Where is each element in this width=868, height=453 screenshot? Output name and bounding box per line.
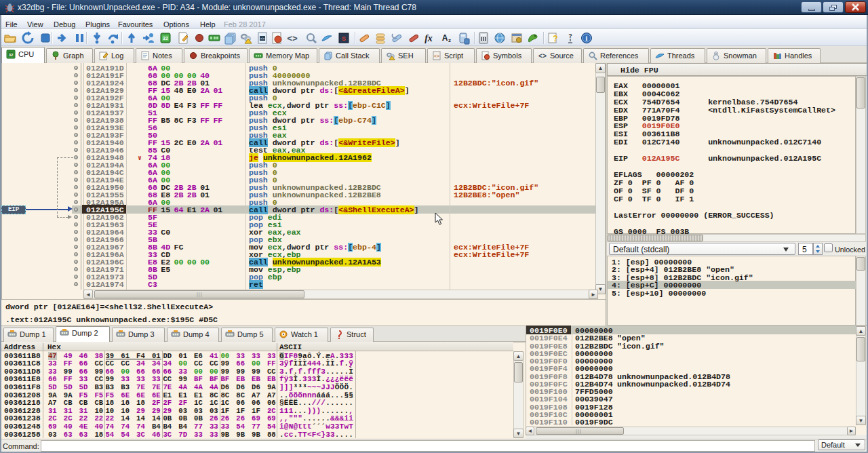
svg-text:<>: <> (260, 37, 265, 41)
svg-text:32: 32 (9, 53, 14, 57)
svg-text:<>: <> (538, 53, 547, 60)
svg-text:?: ? (553, 34, 557, 43)
svg-text:<>: <> (434, 54, 439, 59)
svg-text:z: z (448, 37, 451, 43)
svg-text:32: 32 (163, 36, 168, 41)
svg-text:i: i (586, 35, 588, 42)
svg-text:<>: <> (287, 34, 298, 44)
svg-text:A: A (442, 33, 448, 43)
svg-text:S: S (342, 35, 346, 42)
svg-text:fx: fx (425, 33, 433, 43)
svg-text:?: ? (568, 33, 572, 39)
